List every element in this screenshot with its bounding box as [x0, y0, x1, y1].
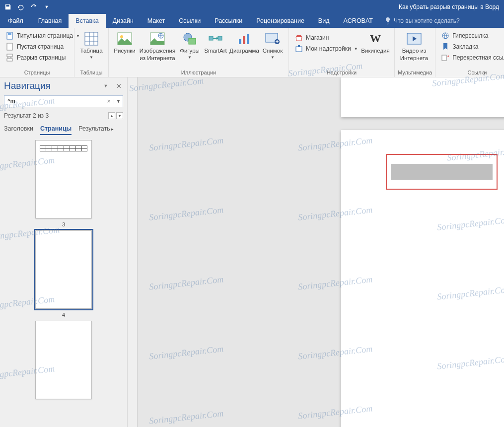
nav-search-input[interactable] — [4, 98, 104, 105]
nav-tab-pages[interactable]: Страницы — [40, 123, 72, 135]
bookmark-icon — [441, 43, 449, 51]
smartart-button[interactable]: SmartArt — [202, 30, 229, 54]
chart-label: Диаграмма — [229, 48, 259, 54]
nav-close-button[interactable]: ✕ — [114, 81, 123, 90]
online-pictures-label-2: из Интернета — [140, 55, 175, 62]
group-illustrations: Рисунки Изображения из Интернета Фигуры … — [109, 28, 289, 77]
nav-next-result[interactable]: ▼ — [116, 112, 123, 119]
svg-rect-16 — [247, 34, 249, 44]
store-icon — [295, 34, 303, 42]
pictures-label: Рисунки — [114, 48, 135, 54]
undo-button[interactable] — [15, 1, 27, 13]
online-video-label-2: Интернета — [400, 55, 428, 62]
shapes-button[interactable]: Фигуры ▼ — [177, 30, 202, 60]
tab-file[interactable]: Файл — [0, 14, 31, 28]
tell-me-search[interactable]: Что вы хотите сделать? — [380, 14, 465, 28]
page-prev-bottom — [341, 77, 504, 117]
group-tables-label: Таблицы — [77, 69, 105, 77]
tab-home[interactable]: Главная — [31, 14, 69, 28]
wikipedia-button[interactable]: W Википедия — [360, 30, 391, 54]
blank-page-icon — [6, 43, 14, 51]
navigation-title: Навигация — [4, 80, 51, 91]
tab-references[interactable]: Ссылки — [172, 14, 208, 28]
nav-search-clear[interactable]: × — [104, 98, 114, 105]
blank-page-label: Пустая страница — [17, 43, 64, 50]
cover-page-icon — [6, 32, 14, 40]
document-area[interactable] — [128, 77, 504, 427]
tab-review[interactable]: Рецензирование — [249, 14, 311, 28]
svg-point-7 — [120, 35, 123, 38]
tab-view[interactable]: Вид — [311, 14, 337, 28]
crossref-button[interactable]: Перекрестная ссылка — [438, 53, 504, 63]
my-addins-button[interactable]: Мои надстройки ▼ — [292, 44, 357, 54]
group-illustrations-label: Иллюстрации — [112, 69, 286, 77]
store-label: Магазин — [306, 34, 329, 41]
qat-customize-button[interactable]: ▼ — [41, 1, 53, 13]
save-button[interactable] — [2, 1, 14, 13]
page-thumbnail[interactable] — [35, 230, 92, 309]
nav-search-dropdown[interactable]: ▼ — [114, 99, 123, 104]
redo-button[interactable] — [28, 1, 40, 13]
tab-layout[interactable]: Макет — [141, 14, 172, 28]
tab-acrobat[interactable]: ACROBAT — [336, 14, 380, 28]
group-media: Видео из Интернета Мультимедиа — [395, 28, 435, 77]
page-break-icon — [6, 54, 14, 62]
svg-rect-19 — [296, 47, 302, 52]
tell-me-placeholder: Что вы хотите сделать? — [394, 17, 460, 24]
thumb-page-number: 3 — [62, 221, 65, 227]
smartart-label: SmartArt — [204, 48, 226, 54]
thumb-page-number: 4 — [62, 312, 65, 318]
group-addins-label: Надстройки — [292, 69, 391, 77]
hyperlink-button[interactable]: Гиперссылка — [438, 31, 504, 41]
svg-rect-5 — [85, 32, 98, 45]
hyperlink-label: Гиперссылка — [452, 32, 488, 39]
tab-insert[interactable]: Вставка — [69, 14, 105, 28]
wikipedia-label: Википедия — [361, 48, 389, 54]
svg-rect-13 — [218, 36, 222, 40]
nav-tab-results[interactable]: Результать ▸ — [78, 123, 114, 135]
group-pages: Титульная страница ▼ Пустая страница Раз… — [0, 28, 74, 77]
hyperlink-icon — [441, 32, 449, 40]
nav-prev-result[interactable]: ▲ — [108, 112, 115, 119]
group-pages-label: Страницы — [3, 69, 71, 77]
pictures-button[interactable]: Рисунки — [112, 30, 138, 54]
bookmark-button[interactable]: Закладка — [438, 42, 504, 52]
store-button[interactable]: Магазин — [292, 33, 357, 43]
online-pictures-button[interactable]: Изображения из Интернета — [138, 30, 177, 62]
table-button[interactable]: Таблица ▼ — [77, 30, 105, 60]
group-links: Гиперссылка Закладка Перекрестная ссылка… — [435, 28, 504, 77]
page-break-button[interactable]: Разрыв страницы — [3, 53, 83, 63]
screenshot-icon — [265, 31, 281, 47]
blank-page-button[interactable]: Пустая страница — [3, 42, 83, 52]
nav-menu-button[interactable]: ▼ — [101, 81, 110, 90]
tab-design[interactable]: Дизайн — [106, 14, 141, 28]
screenshot-button[interactable]: Снимок ▼ — [260, 30, 286, 60]
page-thumbnail[interactable] — [35, 140, 92, 218]
svg-rect-20 — [298, 45, 300, 47]
page-thumbnail[interactable] — [35, 321, 92, 399]
addins-icon — [295, 45, 303, 53]
shapes-icon — [182, 31, 198, 47]
my-addins-label: Мои надстройки — [306, 45, 351, 52]
nav-result-count: Результат 2 из 3 — [4, 112, 49, 119]
chart-button[interactable]: Диаграмма — [229, 30, 260, 54]
ribbon: Титульная страница ▼ Пустая страница Раз… — [0, 28, 504, 77]
shapes-label: Фигуры — [180, 48, 200, 54]
nav-search[interactable]: × ▼ — [4, 95, 123, 107]
cover-page-button[interactable]: Титульная страница ▼ — [3, 31, 83, 41]
cover-page-label: Титульная страница — [17, 32, 73, 39]
bookmark-label: Закладка — [452, 43, 478, 50]
nav-tab-headings[interactable]: Заголовки — [4, 123, 33, 135]
table-label: Таблица — [80, 48, 102, 54]
document-title: Как убрать разрыв страницы в Ворд — [399, 3, 502, 10]
pictures-icon — [117, 31, 133, 47]
title-bar: ▼ Как убрать разрыв страницы в Ворд — [0, 0, 504, 14]
nav-thumbnails: 34 — [4, 140, 123, 427]
page-break-label: Разрыв страницы — [17, 54, 66, 61]
svg-rect-23 — [442, 55, 446, 61]
screenshot-label: Снимок — [263, 48, 283, 54]
online-pictures-icon — [149, 31, 165, 47]
online-video-button[interactable]: Видео из Интернета — [398, 30, 431, 62]
svg-rect-1 — [8, 33, 11, 35]
tab-mailings[interactable]: Рассылки — [208, 14, 249, 28]
